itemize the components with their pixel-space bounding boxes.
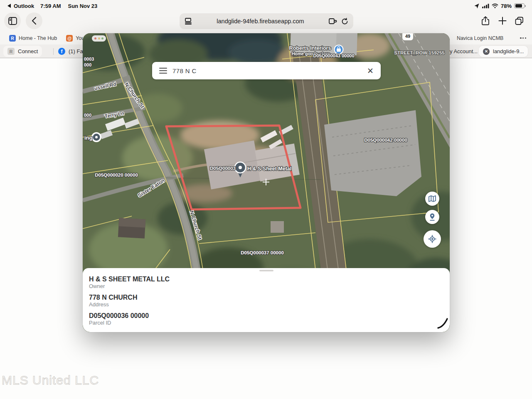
landglide-app-window: 49 Roberts Interiors Home goods store D0… — [83, 33, 450, 332]
window-minimize-dot[interactable] — [98, 37, 100, 39]
poi-roberts-name: Roberts Interiors — [289, 45, 331, 51]
parcel-label-20: D05Q000020 00000 — [95, 172, 138, 177]
battery-percent: 78% — [501, 3, 512, 9]
back-to-app-icon[interactable] — [7, 4, 11, 8]
wifi-icon — [492, 3, 498, 8]
search-input[interactable]: 778 N C — [172, 67, 367, 74]
screen: MLS United LLC Outlook 7:59 AM Sun Nov 2… — [0, 0, 532, 399]
street-row-label: STREET_ROW 159255 — [394, 50, 445, 55]
map-layers-button[interactable] — [425, 192, 439, 206]
tab-account[interactable]: y Account... — [446, 46, 482, 57]
tab-connect[interactable]: R Connect — [3, 46, 42, 57]
chevron-left-icon — [32, 17, 37, 25]
share-button[interactable] — [477, 12, 494, 29]
location-services-icon — [474, 3, 480, 9]
parcel-label-partial-b: 000 — [84, 62, 91, 67]
back-to-app-label[interactable]: Outlook — [14, 3, 34, 9]
status-bar: Outlook 7:59 AM Sun Nov 23 78% — [0, 0, 532, 12]
battery-icon — [514, 3, 525, 9]
window-close-dot[interactable] — [94, 37, 96, 39]
yourtrue-favicon: @ — [66, 35, 73, 42]
poi-marker-left[interactable] — [91, 132, 101, 142]
parcel-label-42: D05Q000042 00000 — [364, 138, 407, 143]
address-bar[interactable]: landglide-94feb.firebaseapp.com — [180, 13, 353, 29]
window-resize-handle[interactable] — [436, 317, 449, 330]
extensions-icon[interactable] — [329, 18, 337, 25]
tab-label: y Account... — [450, 48, 478, 54]
parcel-label-37: D05Q000037 00000 — [241, 250, 284, 255]
page-settings-icon[interactable] — [185, 18, 192, 25]
my-location-button[interactable] — [424, 230, 441, 248]
parcel-info-sheet: H & S SHEET METAL LLC Owner 778 N CHURCH… — [83, 268, 450, 332]
parcel-id-value: D05Q000036 00000 — [89, 312, 450, 320]
date: Sun Nov 23 — [68, 3, 97, 9]
poi-label-partial: ing — [84, 135, 93, 141]
route-49-shield: 49 — [402, 33, 413, 40]
route-shield-label: 49 — [405, 34, 410, 39]
parcel-label-partial-left: 000 — [84, 113, 91, 118]
new-tab-button[interactable] — [494, 12, 511, 29]
owner-value: H & S SHEET METAL LLC — [89, 275, 450, 283]
menu-icon[interactable] — [159, 68, 167, 74]
place-pin-icon — [428, 213, 436, 221]
parcel-label-36-partial: D05Q00003 — [210, 166, 236, 171]
window-controls-pill[interactable] — [92, 35, 106, 42]
tab-landglide-active[interactable]: ✕ landglide-9... — [479, 46, 528, 57]
bookmark-navica[interactable]: Navica Login NCMB — [457, 35, 504, 41]
locate-icon — [427, 234, 437, 244]
sidebar-icon — [8, 17, 17, 25]
sidebar-toggle-button[interactable] — [4, 12, 21, 29]
address-label: Address — [89, 301, 450, 308]
address-value: 778 N CHURCH — [89, 293, 450, 301]
parcel-label-43: D05Q000043 00000 — [313, 53, 354, 58]
parcel-label-partial-a: 0003 — [84, 57, 94, 62]
substation — [324, 110, 421, 196]
parcel-id-label: Parcel ID — [89, 320, 450, 326]
watermark: MLS United LLC — [2, 373, 99, 387]
url-text: landglide-94feb.firebaseapp.com — [192, 18, 329, 25]
clear-search-icon[interactable]: ✕ — [367, 67, 374, 75]
parcel-search-bar[interactable]: 778 N C ✕ — [152, 62, 381, 79]
close-tab-icon[interactable]: ✕ — [483, 48, 490, 55]
bookmarks-overflow-icon[interactable] — [520, 37, 526, 39]
bookmark-label: Home - The Hub — [19, 35, 57, 41]
back-button[interactable] — [26, 12, 42, 29]
bookmark-home-the-hub[interactable]: R Home - The Hub — [9, 35, 57, 42]
tabs-icon — [515, 17, 524, 25]
window-zoom-dot[interactable] — [101, 37, 103, 39]
sheet-drag-handle[interactable] — [259, 270, 273, 271]
connect-favicon: R — [7, 48, 15, 55]
hub-favicon: R — [9, 35, 16, 42]
place-marker-button[interactable] — [425, 210, 439, 224]
facebook-favicon: f — [58, 48, 65, 55]
reload-icon[interactable] — [341, 18, 348, 25]
owner-label: Owner — [89, 283, 450, 290]
cellular-signal-icon — [482, 3, 489, 8]
plus-icon — [498, 17, 507, 25]
tab-label: landglide-9... — [493, 48, 524, 54]
share-icon — [482, 16, 489, 25]
shopping-poi-icon[interactable] — [335, 45, 343, 54]
map-icon — [428, 195, 436, 203]
tab-label: Connect — [18, 48, 38, 54]
tab-overview-button[interactable] — [511, 12, 527, 29]
safari-toolbar: landglide-94feb.firebaseapp.com — [0, 12, 532, 32]
clock: 7:59 AM — [40, 3, 61, 9]
poi-label-hs-sheet-metal: H & S Sheet Metal — [247, 166, 291, 172]
